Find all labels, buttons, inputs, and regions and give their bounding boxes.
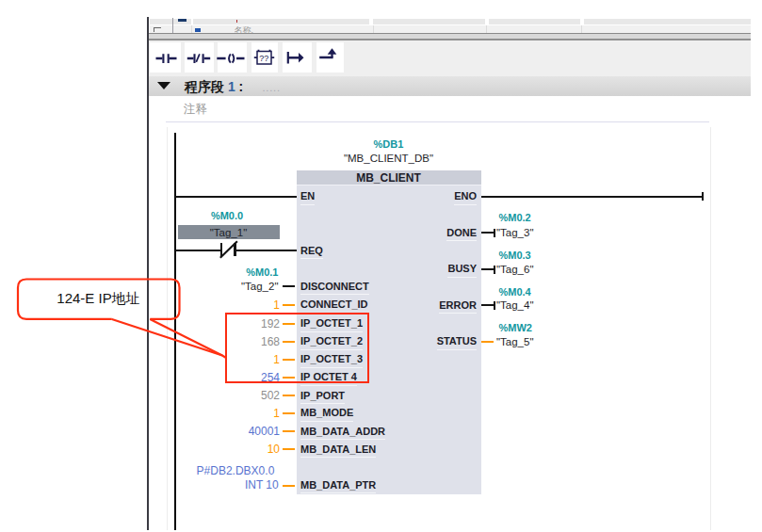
svg-text:??: ?? bbox=[259, 54, 268, 63]
